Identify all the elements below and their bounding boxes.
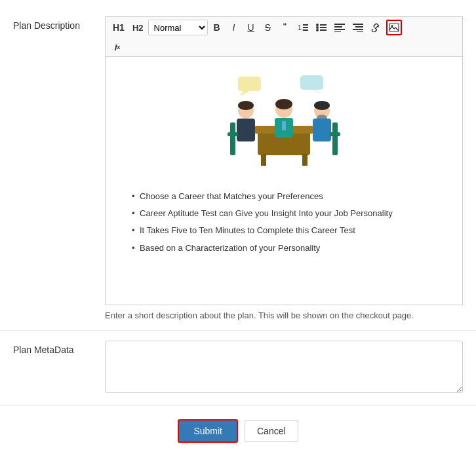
- svg-point-29: [238, 101, 254, 110]
- bullet-item-1: Choose a Career that Matches your Prefer…: [132, 191, 443, 202]
- submit-button[interactable]: Submit: [178, 419, 238, 443]
- ordered-list-button[interactable]: 1.: [294, 20, 311, 35]
- editor-bullet-list: Choose a Career that Matches your Prefer…: [132, 191, 443, 254]
- svg-rect-2: [303, 27, 308, 28]
- svg-point-39: [314, 101, 330, 110]
- svg-rect-8: [320, 27, 327, 28]
- svg-rect-14: [353, 24, 363, 25]
- svg-rect-22: [300, 75, 323, 90]
- h1-button[interactable]: H1: [109, 20, 128, 35]
- svg-rect-1: [303, 24, 308, 26]
- svg-rect-12: [334, 29, 345, 30]
- svg-rect-11: [334, 26, 342, 28]
- unordered-list-button[interactable]: [313, 20, 330, 35]
- meeting-illustration: [218, 70, 349, 175]
- bullet-item-3: It Takes Five to Ten Minutes to Complete…: [132, 225, 443, 236]
- align-left-button[interactable]: [331, 20, 348, 35]
- svg-rect-30: [237, 119, 255, 141]
- svg-rect-40: [313, 119, 331, 141]
- svg-text:1.: 1.: [298, 24, 303, 31]
- h2-button[interactable]: H2: [129, 20, 147, 35]
- hint-text: Enter a short description about the plan…: [105, 310, 463, 320]
- plan-metadata-row: Plan MetaData: [0, 331, 476, 406]
- format-select[interactable]: Normal Heading 1 Heading 2 Heading 3 Par…: [148, 20, 208, 35]
- svg-rect-7: [320, 24, 327, 26]
- editor-toolbar-row1: H1 H2 Normal Heading 1 Heading 2 Heading…: [105, 16, 463, 38]
- cancel-button[interactable]: Cancel: [245, 420, 298, 442]
- svg-rect-20: [238, 77, 261, 91]
- bullet-item-4: Based on a Characterization of your Pers…: [132, 242, 443, 254]
- svg-rect-3: [303, 29, 308, 31]
- plan-metadata-textarea[interactable]: [105, 341, 463, 393]
- svg-point-4: [316, 24, 319, 26]
- svg-rect-16: [353, 29, 363, 30]
- strikethrough-button[interactable]: S: [260, 20, 276, 35]
- svg-point-34: [275, 99, 292, 109]
- bullet-item-2: Career Aptitude Test can Give you Insigh…: [132, 208, 443, 219]
- image-button[interactable]: [386, 20, 402, 35]
- unordered-list-icon: [316, 23, 327, 32]
- submit-row: Submit Cancel: [0, 406, 476, 456]
- svg-rect-41: [332, 122, 338, 155]
- editor-toolbar-row2: Ix: [105, 38, 463, 56]
- plan-description-label: Plan Description: [13, 16, 105, 33]
- ordered-list-icon: 1.: [298, 23, 308, 32]
- align-right-button[interactable]: [349, 20, 367, 35]
- svg-rect-13: [334, 31, 341, 32]
- svg-rect-10: [334, 24, 345, 25]
- svg-rect-42: [330, 132, 340, 136]
- svg-rect-31: [230, 122, 235, 155]
- svg-point-6: [316, 29, 319, 31]
- plan-description-row: Plan Description H1 H2 Normal Heading 1 …: [0, 7, 476, 331]
- editor-content-area[interactable]: Choose a Career that Matches your Prefer…: [105, 56, 463, 305]
- plan-metadata-control: [105, 341, 463, 396]
- align-right-icon: [353, 23, 363, 32]
- italic-button[interactable]: I: [226, 20, 242, 35]
- svg-rect-27: [302, 154, 307, 166]
- svg-point-5: [316, 26, 319, 29]
- plan-description-editor: H1 H2 Normal Heading 1 Heading 2 Heading…: [105, 16, 463, 320]
- align-left-icon: [334, 23, 345, 32]
- underline-button[interactable]: U: [243, 20, 259, 35]
- bold-button[interactable]: B: [209, 20, 225, 35]
- image-icon: [389, 23, 399, 32]
- svg-rect-9: [320, 29, 327, 31]
- editor-illustration-wrap: [125, 70, 443, 178]
- svg-rect-32: [228, 132, 238, 136]
- clear-format-button[interactable]: Ix: [109, 39, 125, 55]
- link-icon: [371, 23, 382, 32]
- svg-rect-17: [357, 31, 363, 32]
- svg-rect-18: [389, 24, 399, 31]
- quote-button[interactable]: “: [277, 20, 293, 35]
- svg-marker-21: [240, 91, 250, 96]
- svg-rect-26: [261, 154, 266, 166]
- svg-rect-15: [355, 26, 363, 28]
- svg-rect-36: [282, 121, 286, 130]
- plan-metadata-label: Plan MetaData: [13, 341, 105, 357]
- svg-marker-23: [313, 90, 322, 95]
- link-button[interactable]: [368, 20, 385, 35]
